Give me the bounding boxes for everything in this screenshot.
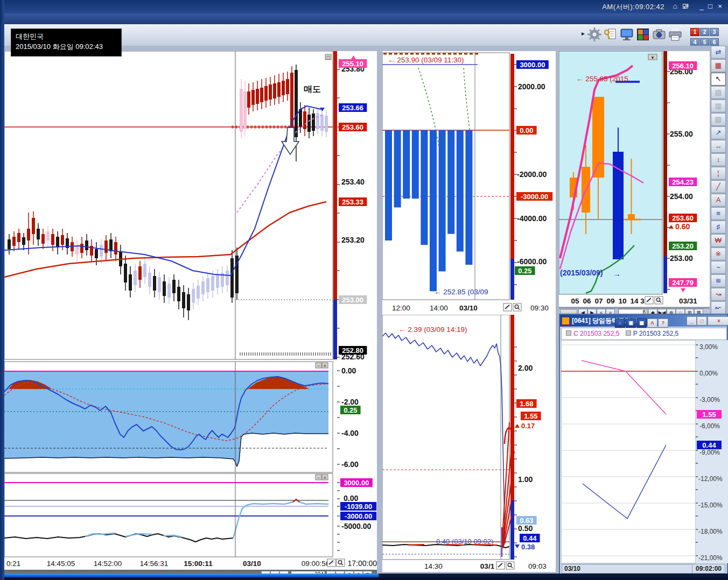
vline-tool-button[interactable]: ↕ [711, 153, 726, 166]
panel-window-button[interactable]: ▣ [626, 319, 636, 328]
screen-preset-1[interactable]: 1 [690, 28, 699, 36]
screenshot-camera-icon[interactable] [652, 27, 667, 42]
svg-text:0,00%: 0,00% [699, 370, 718, 377]
panel-titlebar[interactable]: [0641] 당일등락률차트 ⌂▣▦A? _ □ × [560, 315, 727, 327]
screen-preset-5[interactable]: 5 [700, 38, 709, 46]
theme-grid-icon[interactable] [635, 27, 650, 42]
screen-preset-tabs: 123456 [690, 26, 719, 44]
menu-band [0, 13, 728, 24]
svg-text:253.40: 253.40 [341, 178, 365, 186]
svg-text:← 253.90 (03/09 11:30): ← 253.90 (03/09 11:30) [388, 56, 464, 64]
price-tool-button[interactable]: ₩ [711, 234, 726, 247]
svg-text:-2000.00: -2000.00 [517, 170, 547, 179]
svg-text:09:03: 09:03 [528, 562, 547, 570]
svg-text:매도: 매도 [304, 84, 321, 94]
svg-text:1.55: 1.55 [524, 412, 537, 420]
panel-legend: C 201503 252,5 P 201503 252,5 [561, 328, 727, 340]
zigzag-tool-button[interactable]: ↝ [711, 288, 726, 301]
svg-text:3: 3 [640, 297, 645, 305]
svg-text:10: 10 [618, 297, 626, 305]
svg-text:03/1: 03/1 [480, 562, 495, 570]
svg-text:□: □ [327, 55, 330, 60]
svg-text:(2015/03/09): (2015/03/09) [560, 268, 603, 277]
svg-text:-5000.00: -5000.00 [341, 522, 371, 531]
panel-font-button[interactable]: A [647, 319, 657, 328]
settings-gear-icon[interactable] [587, 27, 602, 42]
trendline-tool-button[interactable]: ↗ [711, 126, 726, 139]
svg-text:253.33: 253.33 [342, 198, 363, 206]
cursor-tool-button[interactable]: ↖ [711, 73, 726, 86]
diagonal-tool-button[interactable]: ╱ [711, 180, 726, 193]
account-notes-icon[interactable] [603, 27, 618, 42]
market-datetime: 2015/03/10 화요일 09:02:43 [16, 41, 121, 52]
panel-toolbar-buttons: ⌂▣▦A? [615, 315, 669, 327]
panel-close-button[interactable]: × [708, 316, 728, 326]
refresh-tool-button[interactable]: ⇄ [711, 46, 726, 59]
svg-text:14:30: 14:30 [424, 562, 443, 570]
svg-text:0.63: 0.63 [520, 517, 533, 525]
screen-preset-2[interactable]: 2 [700, 28, 709, 36]
svg-text:15:00:11: 15:00:11 [184, 560, 213, 568]
svg-text:1.55: 1.55 [702, 411, 716, 419]
svg-text:2000.00: 2000.00 [518, 82, 545, 91]
svg-text:0.00: 0.00 [520, 126, 533, 135]
svg-text:03/31: 03/31 [679, 297, 697, 305]
svg-text:1.68: 1.68 [520, 400, 533, 408]
panel-grid-button[interactable]: ▦ [636, 319, 647, 328]
server-clock: AM(서버):09:02:42 [602, 2, 664, 12]
svg-text:253.20: 253.20 [672, 242, 694, 250]
legend-c-swatch [566, 330, 571, 336]
panel-minimize-button[interactable]: _ [687, 316, 697, 326]
close-button[interactable]: × [715, 2, 725, 10]
svg-text:-3000.00: -3000.00 [521, 193, 548, 201]
monitor-icon[interactable] [619, 27, 634, 42]
layout-grid-tool-button[interactable]: ▦ [711, 59, 726, 72]
svg-text:247.79: 247.79 [672, 279, 694, 287]
remote-monitor-icon[interactable]: 🖳 [682, 2, 689, 10]
svg-text:-6.00: -6.00 [341, 460, 359, 469]
panel-app-icon [562, 317, 570, 325]
change-rate-chart[interactable]: 3,00%0,00%-3,00%1.55-6,00%0.44-9,00%-12,… [561, 340, 728, 563]
zoom-area-tool-button[interactable]: ▤ [711, 86, 726, 99]
volume-flow-chart[interactable]: ← 253.90 (03/09 11:30)← 252.85 (03/09300… [382, 51, 556, 315]
grid-lines-tool-button[interactable]: ♯ [711, 221, 726, 234]
app-titlebar[interactable]: AM(서버):09:02:42 ⌂ 🖳 _ □ × [0, 0, 728, 13]
daily-candle-chart[interactable]: ← 255.85 (2015(2015/03/09)→▾256.00256.10… [559, 51, 710, 307]
svg-text:-21,00%: -21,00% [698, 554, 723, 562]
hline-tool-button[interactable]: ↔ [711, 140, 726, 153]
levels-tool-button[interactable]: ≡ [711, 207, 726, 220]
svg-text:−: − [317, 363, 320, 369]
svg-text:0:21: 0:21 [6, 560, 20, 568]
maximize-button[interactable]: □ [705, 2, 715, 10]
text-tool-button[interactable]: A [711, 194, 726, 207]
svg-text:-4.00: -4.00 [341, 429, 359, 437]
toolbar-expander-icon[interactable]: ▸ [582, 30, 585, 37]
premium-chart[interactable]: ← 2.39 (03/09 14:19)0.40 (03/10 09:02)2.… [382, 315, 556, 572]
status-time: 09:02:00 [692, 564, 725, 574]
svg-text:2.00: 2.00 [518, 364, 533, 372]
main-price-chart[interactable]: 매도□253.80255.10253.66253.60253.40253.332… [4, 51, 377, 570]
screen-preset-4[interactable]: 4 [690, 38, 699, 46]
panel-home-button[interactable]: ⌂ [615, 319, 625, 328]
svg-text:-15,00%: -15,00% [698, 501, 723, 509]
marker-tool-button[interactable]: ※ [711, 247, 726, 260]
svg-text:12:00: 12:00 [392, 304, 410, 312]
printer-icon[interactable] [668, 27, 683, 42]
screen-preset-3[interactable]: 3 [710, 28, 719, 36]
home-icon[interactable]: ⌂ [673, 2, 677, 10]
svg-text:09: 09 [606, 297, 614, 305]
svg-text:09:30: 09:30 [530, 304, 549, 312]
range-tool-button[interactable]: ¦ [711, 167, 726, 180]
screen-preset-6[interactable]: 6 [710, 38, 719, 46]
panel-help-button[interactable]: ? [658, 319, 668, 328]
panel-maximize-button[interactable]: □ [697, 316, 707, 326]
forecast-tool-button[interactable]: ↜ [711, 301, 726, 314]
svg-text:0.44: 0.44 [702, 441, 716, 449]
svg-text:252.60: 252.60 [341, 352, 365, 361]
select-tool-button[interactable]: ▧ [711, 113, 726, 126]
svg-text:253.60: 253.60 [672, 214, 694, 222]
svg-text:253.00: 253.00 [670, 254, 693, 263]
channel-tool-button[interactable]: ≋ [711, 274, 726, 287]
pan-tool-button[interactable]: ▥ [711, 100, 726, 112]
wave-tool-button[interactable]: ~ [711, 261, 726, 274]
